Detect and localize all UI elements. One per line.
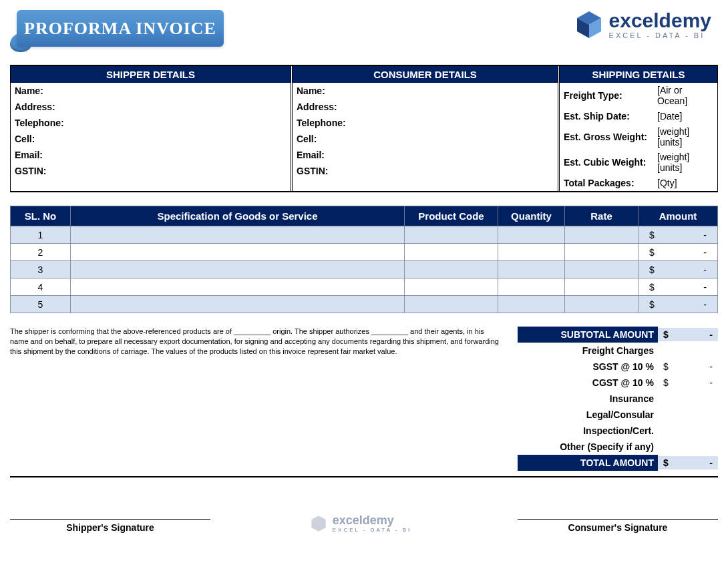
cell-qty[interactable]: [498, 278, 565, 296]
col-spec: Specification of Goods or Service: [71, 206, 405, 226]
cell-code[interactable]: [405, 261, 498, 278]
table-row: 1$-: [11, 226, 718, 244]
totals-line-value[interactable]: [658, 349, 718, 352]
cell-amount: $-: [639, 261, 718, 278]
detail-label: Name:: [15, 85, 102, 96]
cell-rate[interactable]: [565, 226, 639, 244]
totals-line-label: SGST @ 10 %: [518, 361, 658, 372]
detail-label: Est. Ship Date:: [564, 111, 657, 122]
items-table: SL. No Specification of Goods or Service…: [10, 206, 718, 313]
shipping-heading: SHIPPING DETAILS: [560, 66, 717, 83]
cell-amount: $-: [639, 296, 718, 313]
totals-section: SUBTOTAL AMOUNT $ - Freight ChargesSGST …: [518, 327, 718, 471]
detail-label: GSTIN:: [15, 166, 102, 176]
cell-spec[interactable]: [71, 226, 405, 244]
footer-brand-sub: EXCEL - DATA - BI: [333, 528, 411, 533]
detail-label: GSTIN:: [297, 166, 383, 176]
detail-row: GSTIN:: [11, 163, 291, 179]
subtotal-label: SUBTOTAL AMOUNT: [518, 327, 658, 343]
detail-label: Telephone:: [15, 118, 102, 128]
total-label: TOTAL AMOUNT: [518, 455, 658, 471]
page-title: PROFORMA INVOICE: [24, 19, 216, 39]
consumer-heading: CONSUMER DETAILS: [293, 66, 558, 83]
cell-rate[interactable]: [565, 278, 639, 296]
cell-spec[interactable]: [71, 278, 405, 296]
cell-code[interactable]: [405, 244, 498, 261]
totals-line-label: Freight Charges: [518, 345, 658, 356]
details-section: SHIPPER DETAILS Name:Address:Telephone:C…: [10, 65, 718, 192]
detail-value[interactable]: [Date]: [657, 111, 713, 122]
cell-spec[interactable]: [71, 261, 405, 278]
detail-row: Cell:: [293, 131, 558, 147]
cell-qty[interactable]: [498, 226, 565, 244]
header: PROFORMA INVOICE exceldemy EXCEL - DATA …: [10, 10, 718, 51]
detail-row: Freight Type:[Air or Ocean]: [560, 83, 717, 108]
totals-line-value[interactable]: [658, 429, 718, 432]
cell-code[interactable]: [405, 226, 498, 244]
detail-row: Total Packages:[Qty]: [560, 175, 717, 191]
cell-qty[interactable]: [498, 244, 565, 261]
subtotal-value: -: [709, 329, 713, 340]
totals-line-value[interactable]: $-: [658, 376, 718, 389]
totals-line-value[interactable]: $-: [658, 360, 718, 373]
totals-line-value[interactable]: [658, 445, 718, 448]
total-value: -: [709, 457, 713, 468]
cell-spec[interactable]: [71, 296, 405, 313]
detail-value[interactable]: [Air or Ocean]: [657, 85, 713, 106]
col-sl: SL. No: [11, 206, 71, 226]
detail-row: Est. Gross Weight:[weight] [units]: [560, 124, 717, 150]
detail-value[interactable]: [weight] [units]: [657, 126, 713, 148]
totals-line: Inspection/Cert.: [518, 423, 718, 439]
total-row: TOTAL AMOUNT $ -: [518, 455, 718, 471]
totals-line: Other (Specify if any): [518, 439, 718, 455]
col-code: Product Code: [405, 206, 498, 226]
detail-row: Email:: [293, 147, 558, 163]
detail-label: Cell:: [15, 134, 102, 144]
detail-label: Email:: [15, 150, 102, 160]
cell-rate[interactable]: [565, 261, 639, 278]
detail-value[interactable]: [weight] [units]: [657, 152, 713, 173]
totals-line: Freight Charges: [518, 343, 718, 359]
detail-label: Telephone:: [297, 118, 383, 128]
cell-sl: 2: [11, 244, 71, 261]
detail-label: Freight Type:: [564, 90, 657, 101]
cell-code[interactable]: [405, 278, 498, 296]
brand-subtitle: EXCEL - DATA - BI: [609, 32, 711, 39]
totals-line-label: Insurance: [518, 393, 658, 404]
shipper-details: SHIPPER DETAILS Name:Address:Telephone:C…: [10, 66, 291, 191]
divider: [10, 476, 718, 477]
totals-line-value[interactable]: [658, 397, 718, 400]
brand-logo: exceldemy EXCEL - DATA - BI: [574, 10, 711, 39]
cell-amount: $-: [639, 226, 718, 244]
col-amount: Amount: [639, 206, 718, 226]
table-row: 2$-: [11, 244, 718, 261]
totals-line: SGST @ 10 %$-: [518, 359, 718, 375]
consumer-details: CONSUMER DETAILS Name:Address:Telephone:…: [291, 66, 558, 191]
cell-code[interactable]: [405, 296, 498, 313]
detail-value[interactable]: [Qty]: [657, 178, 713, 188]
cell-sl: 1: [11, 226, 71, 244]
shipper-heading: SHIPPER DETAILS: [11, 66, 291, 83]
cell-rate[interactable]: [565, 296, 639, 313]
disclaimer-note: The shipper is conforming that the above…: [10, 327, 511, 471]
detail-label: Email:: [297, 150, 383, 160]
cell-spec[interactable]: [71, 244, 405, 261]
shipper-signature: Shipper's Signature: [10, 519, 210, 533]
detail-row: Address:: [11, 99, 291, 115]
totals-line: CGST @ 10 %$-: [518, 375, 718, 391]
detail-row: Est. Cubic Weight:[weight] [units]: [560, 150, 717, 175]
detail-label: Name:: [297, 85, 383, 96]
table-row: 5$-: [11, 296, 718, 313]
detail-row: Telephone:: [293, 115, 558, 131]
totals-line: Legal/Consular: [518, 407, 718, 423]
cell-qty[interactable]: [498, 261, 565, 278]
footer-brand-logo: exceldemy EXCEL - DATA - BI: [310, 514, 411, 533]
cell-sl: 5: [11, 296, 71, 313]
cell-rate[interactable]: [565, 244, 639, 261]
totals-line-value[interactable]: [658, 413, 718, 416]
cell-qty[interactable]: [498, 296, 565, 313]
cell-sl: 4: [11, 278, 71, 296]
detail-label: Address:: [297, 102, 383, 112]
table-row: 3$-: [11, 261, 718, 278]
consumer-signature: Consumer's Signature: [518, 519, 718, 533]
